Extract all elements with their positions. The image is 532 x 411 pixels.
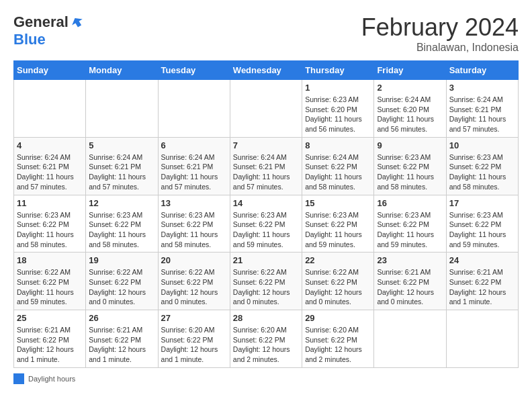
day-info: Sunrise: 6:23 AM Sunset: 6:22 PM Dayligh… — [449, 152, 515, 192]
calendar-cell: 13Sunrise: 6:23 AM Sunset: 6:22 PM Dayli… — [158, 195, 230, 253]
day-number: 24 — [449, 255, 515, 265]
day-info: Sunrise: 6:21 AM Sunset: 6:22 PM Dayligh… — [89, 325, 154, 365]
calendar-cell: 16Sunrise: 6:23 AM Sunset: 6:22 PM Dayli… — [374, 195, 446, 253]
calendar-cell: 8Sunrise: 6:24 AM Sunset: 6:22 PM Daylig… — [302, 137, 374, 195]
location-subtitle: Binalawan, Indonesia — [361, 42, 519, 54]
legend-label: Daylight hours — [28, 375, 75, 383]
day-number: 17 — [449, 198, 515, 208]
calendar-cell: 2Sunrise: 6:24 AM Sunset: 6:20 PM Daylig… — [374, 80, 446, 138]
day-number: 12 — [89, 198, 154, 208]
day-number: 9 — [377, 140, 443, 150]
day-number: 18 — [17, 255, 83, 265]
day-number: 15 — [305, 198, 371, 208]
calendar-cell — [374, 310, 446, 368]
legend: Daylight hours — [13, 373, 519, 384]
day-number: 7 — [233, 140, 299, 150]
calendar-cell — [86, 80, 158, 138]
day-info: Sunrise: 6:24 AM Sunset: 6:21 PM Dayligh… — [233, 152, 299, 192]
day-info: Sunrise: 6:24 AM Sunset: 6:22 PM Dayligh… — [305, 152, 371, 192]
day-info: Sunrise: 6:24 AM Sunset: 6:21 PM Dayligh… — [17, 152, 83, 192]
weekday-header: Thursday — [302, 61, 374, 80]
calendar-cell: 5Sunrise: 6:24 AM Sunset: 6:21 PM Daylig… — [86, 137, 158, 195]
calendar-cell: 15Sunrise: 6:23 AM Sunset: 6:22 PM Dayli… — [302, 195, 374, 253]
calendar-week-row: 1Sunrise: 6:23 AM Sunset: 6:20 PM Daylig… — [14, 80, 519, 138]
calendar-week-row: 4Sunrise: 6:24 AM Sunset: 6:21 PM Daylig… — [14, 137, 519, 195]
day-number: 19 — [89, 255, 154, 265]
day-number: 26 — [89, 313, 154, 323]
day-number: 23 — [377, 255, 443, 265]
calendar-week-row: 25Sunrise: 6:21 AM Sunset: 6:22 PM Dayli… — [14, 310, 519, 368]
day-info: Sunrise: 6:22 AM Sunset: 6:22 PM Dayligh… — [161, 267, 227, 307]
calendar-cell — [14, 80, 86, 138]
logo-blue-text: Blue — [13, 31, 46, 48]
weekday-header: Wednesday — [230, 61, 302, 80]
day-number: 3 — [449, 83, 515, 93]
calendar-header-row: SundayMondayTuesdayWednesdayThursdayFrid… — [14, 61, 519, 80]
day-info: Sunrise: 6:24 AM Sunset: 6:21 PM Dayligh… — [161, 152, 227, 192]
day-info: Sunrise: 6:21 AM Sunset: 6:22 PM Dayligh… — [17, 325, 83, 365]
day-number: 20 — [161, 255, 227, 265]
calendar-cell: 23Sunrise: 6:21 AM Sunset: 6:22 PM Dayli… — [374, 253, 446, 310]
day-number: 11 — [17, 198, 83, 208]
day-number: 8 — [305, 140, 371, 150]
day-number: 4 — [17, 140, 83, 150]
calendar-cell: 25Sunrise: 6:21 AM Sunset: 6:22 PM Dayli… — [14, 310, 86, 368]
day-info: Sunrise: 6:23 AM Sunset: 6:22 PM Dayligh… — [161, 210, 227, 250]
calendar-cell: 14Sunrise: 6:23 AM Sunset: 6:22 PM Dayli… — [230, 195, 302, 253]
calendar-table: SundayMondayTuesdayWednesdayThursdayFrid… — [13, 60, 519, 368]
calendar-cell: 28Sunrise: 6:20 AM Sunset: 6:22 PM Dayli… — [230, 310, 302, 368]
calendar-cell: 21Sunrise: 6:22 AM Sunset: 6:22 PM Dayli… — [230, 253, 302, 310]
day-number: 21 — [233, 255, 299, 265]
day-number: 2 — [377, 83, 443, 93]
calendar-cell: 11Sunrise: 6:23 AM Sunset: 6:22 PM Dayli… — [14, 195, 86, 253]
calendar-cell: 12Sunrise: 6:23 AM Sunset: 6:22 PM Dayli… — [86, 195, 158, 253]
weekday-header: Tuesday — [158, 61, 230, 80]
calendar-cell: 18Sunrise: 6:22 AM Sunset: 6:22 PM Dayli… — [14, 253, 86, 310]
day-info: Sunrise: 6:20 AM Sunset: 6:22 PM Dayligh… — [161, 325, 227, 365]
day-number: 1 — [305, 83, 371, 93]
logo: General Blue — [13, 13, 85, 48]
day-info: Sunrise: 6:21 AM Sunset: 6:22 PM Dayligh… — [449, 267, 515, 307]
day-info: Sunrise: 6:20 AM Sunset: 6:22 PM Dayligh… — [305, 325, 371, 365]
calendar-week-row: 18Sunrise: 6:22 AM Sunset: 6:22 PM Dayli… — [14, 253, 519, 310]
day-info: Sunrise: 6:23 AM Sunset: 6:22 PM Dayligh… — [233, 210, 299, 250]
day-info: Sunrise: 6:20 AM Sunset: 6:22 PM Dayligh… — [233, 325, 299, 365]
day-info: Sunrise: 6:23 AM Sunset: 6:22 PM Dayligh… — [17, 210, 83, 250]
calendar-cell: 22Sunrise: 6:22 AM Sunset: 6:22 PM Dayli… — [302, 253, 374, 310]
logo-bird-icon — [70, 15, 85, 30]
day-info: Sunrise: 6:24 AM Sunset: 6:21 PM Dayligh… — [89, 152, 154, 192]
day-info: Sunrise: 6:22 AM Sunset: 6:22 PM Dayligh… — [233, 267, 299, 307]
svg-marker-0 — [70, 15, 85, 29]
title-block: February 2024 Binalawan, Indonesia — [361, 13, 519, 54]
calendar-cell — [446, 310, 518, 368]
weekday-header: Saturday — [446, 61, 518, 80]
month-year-title: February 2024 — [361, 13, 519, 42]
calendar-cell: 24Sunrise: 6:21 AM Sunset: 6:22 PM Dayli… — [446, 253, 518, 310]
calendar-cell — [230, 80, 302, 138]
logo-general-text: General — [13, 13, 69, 31]
day-number: 28 — [233, 313, 299, 323]
day-info: Sunrise: 6:23 AM Sunset: 6:22 PM Dayligh… — [377, 210, 443, 250]
calendar-cell: 4Sunrise: 6:24 AM Sunset: 6:21 PM Daylig… — [14, 137, 86, 195]
day-number: 14 — [233, 198, 299, 208]
day-number: 25 — [17, 313, 83, 323]
calendar-cell: 6Sunrise: 6:24 AM Sunset: 6:21 PM Daylig… — [158, 137, 230, 195]
day-number: 16 — [377, 198, 443, 208]
day-number: 5 — [89, 140, 154, 150]
day-info: Sunrise: 6:22 AM Sunset: 6:22 PM Dayligh… — [305, 267, 371, 307]
legend-color-box — [13, 373, 24, 384]
calendar-cell: 3Sunrise: 6:24 AM Sunset: 6:21 PM Daylig… — [446, 80, 518, 138]
calendar-cell: 29Sunrise: 6:20 AM Sunset: 6:22 PM Dayli… — [302, 310, 374, 368]
calendar-cell: 20Sunrise: 6:22 AM Sunset: 6:22 PM Dayli… — [158, 253, 230, 310]
day-number: 13 — [161, 198, 227, 208]
calendar-week-row: 11Sunrise: 6:23 AM Sunset: 6:22 PM Dayli… — [14, 195, 519, 253]
day-number: 6 — [161, 140, 227, 150]
calendar-cell: 17Sunrise: 6:23 AM Sunset: 6:22 PM Dayli… — [446, 195, 518, 253]
page-header: General Blue February 2024 Binalawan, In… — [13, 13, 519, 54]
day-number: 27 — [161, 313, 227, 323]
day-info: Sunrise: 6:22 AM Sunset: 6:22 PM Dayligh… — [89, 267, 154, 307]
day-number: 29 — [305, 313, 371, 323]
calendar-cell: 1Sunrise: 6:23 AM Sunset: 6:20 PM Daylig… — [302, 80, 374, 138]
day-number: 22 — [305, 255, 371, 265]
calendar-cell: 19Sunrise: 6:22 AM Sunset: 6:22 PM Dayli… — [86, 253, 158, 310]
